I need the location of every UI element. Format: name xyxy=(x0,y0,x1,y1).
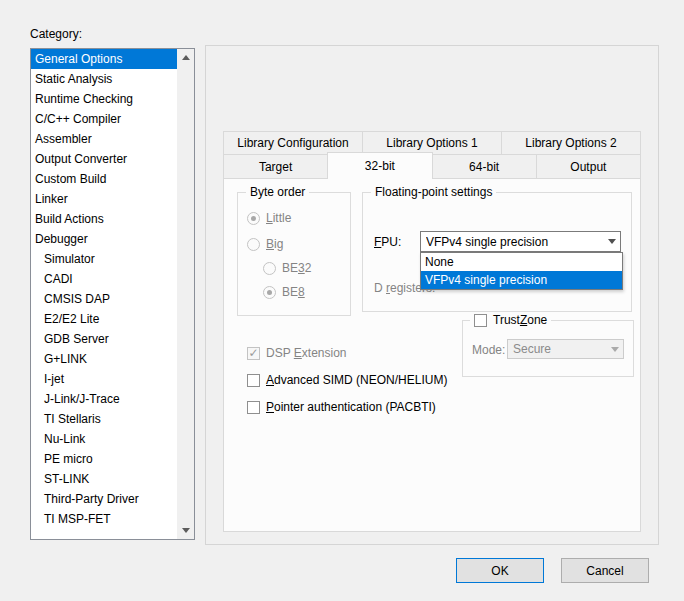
radio-button-icon xyxy=(247,238,260,251)
mode-label: Mode: xyxy=(472,343,505,357)
chevron-down-icon[interactable] xyxy=(603,232,620,251)
cancel-button[interactable]: Cancel xyxy=(561,558,649,583)
scroll-down-icon[interactable] xyxy=(177,522,194,539)
category-item[interactable]: Assembler xyxy=(31,129,177,149)
checkbox-icon[interactable] xyxy=(247,401,260,414)
radio-big: Big xyxy=(247,237,283,251)
category-item[interactable]: Linker xyxy=(31,189,177,209)
fpu-combobox-value: VFPv4 single precision xyxy=(426,235,603,249)
category-item[interactable]: CADI xyxy=(31,269,177,289)
category-item[interactable]: Runtime Checking xyxy=(31,89,177,109)
trustzone-group: Mode: Secure xyxy=(462,320,634,377)
tab-64-bit[interactable]: 64-bit xyxy=(432,154,537,179)
category-item[interactable]: E2/E2 Lite xyxy=(31,309,177,329)
category-item[interactable]: TI Stellaris xyxy=(31,409,177,429)
floating-point-group: Floating-point settings FPU: VFPv4 singl… xyxy=(362,192,632,312)
tab-library-options-2[interactable]: Library Options 2 xyxy=(501,131,641,155)
radio-be32-label: BE32 xyxy=(282,261,311,275)
checkbox-icon[interactable] xyxy=(247,374,260,387)
scroll-up-icon[interactable] xyxy=(177,49,194,66)
category-item[interactable]: CMSIS DAP xyxy=(31,289,177,309)
dropdown-option-none[interactable]: None xyxy=(421,253,622,271)
category-item[interactable]: PE micro xyxy=(31,449,177,469)
byte-order-group-title: Byte order xyxy=(246,185,309,199)
tab-32-bit[interactable]: 32-bit xyxy=(327,152,432,179)
radio-big-label: Big xyxy=(266,237,283,251)
dropdown-option-vfpv4[interactable]: VFPv4 single precision xyxy=(421,271,622,289)
category-item[interactable]: Third-Party Driver xyxy=(31,489,177,509)
advanced-simd-label: Advanced SIMD (NEON/HELIUM) xyxy=(266,373,447,387)
category-item[interactable]: GDB Server xyxy=(31,329,177,349)
radio-button-icon xyxy=(247,212,260,225)
fpu-dropdown-list: None VFPv4 single precision xyxy=(420,252,623,290)
category-item[interactable]: Debugger xyxy=(31,229,177,249)
pointer-auth-label: Pointer authentication (PACBTI) xyxy=(266,400,436,414)
category-item[interactable]: Simulator xyxy=(31,249,177,269)
category-item[interactable]: ST-LINK xyxy=(31,469,177,489)
checkbox-icon xyxy=(247,347,260,360)
trustzone-label: TrustZone xyxy=(493,313,547,327)
radio-be32: BE32 xyxy=(263,261,311,275)
category-item[interactable]: J-Link/J-Trace xyxy=(31,389,177,409)
radio-little: Little xyxy=(247,211,291,225)
tab-output[interactable]: Output xyxy=(536,154,641,179)
category-item[interactable]: General Options xyxy=(31,49,177,69)
category-item[interactable]: TI MSP-FET xyxy=(31,509,177,529)
fpu-combobox[interactable]: VFPv4 single precision xyxy=(420,231,621,252)
radio-be8-label: BE8 xyxy=(282,285,305,299)
listbox-scrollbar[interactable] xyxy=(177,49,194,539)
advanced-simd-checkbox[interactable]: Advanced SIMD (NEON/HELIUM) xyxy=(247,373,447,387)
category-item[interactable]: I-jet xyxy=(31,369,177,389)
radio-button-icon xyxy=(263,286,276,299)
trustzone-checkbox[interactable]: TrustZone xyxy=(470,313,551,327)
category-item[interactable]: Output Converter xyxy=(31,149,177,169)
mode-combobox: Secure xyxy=(507,339,624,359)
dsp-extension-checkbox: DSP Extension xyxy=(247,346,347,360)
category-item[interactable]: C/C++ Compiler xyxy=(31,109,177,129)
pointer-auth-checkbox[interactable]: Pointer authentication (PACBTI) xyxy=(247,400,436,414)
category-item[interactable]: Build Actions xyxy=(31,209,177,229)
byte-order-group: Byte order Little Big BE32 BE8 xyxy=(237,192,351,316)
options-dialog: Category: General Options Static Analysi… xyxy=(0,0,684,601)
mode-combobox-value: Secure xyxy=(513,342,606,356)
radio-little-label: Little xyxy=(266,211,291,225)
fpu-label: FPU: xyxy=(374,235,401,249)
tab-target[interactable]: Target xyxy=(223,154,328,179)
dsp-extension-label: DSP Extension xyxy=(266,346,347,360)
tab-row-2: Target 32-bit 64-bit Output xyxy=(223,154,641,179)
category-item[interactable]: G+LINK xyxy=(31,349,177,369)
ok-button[interactable]: OK xyxy=(456,558,544,583)
category-item[interactable]: Static Analysis xyxy=(31,69,177,89)
category-item[interactable]: Nu-Link xyxy=(31,429,177,449)
category-item[interactable]: Custom Build xyxy=(31,169,177,189)
radio-be8: BE8 xyxy=(263,285,305,299)
radio-button-icon xyxy=(263,262,276,275)
chevron-down-icon xyxy=(606,340,623,358)
category-listbox: General Options Static Analysis Runtime … xyxy=(30,48,195,540)
checkbox-icon[interactable] xyxy=(474,314,487,327)
category-label: Category: xyxy=(30,27,82,41)
floating-point-group-title: Floating-point settings xyxy=(371,185,496,199)
